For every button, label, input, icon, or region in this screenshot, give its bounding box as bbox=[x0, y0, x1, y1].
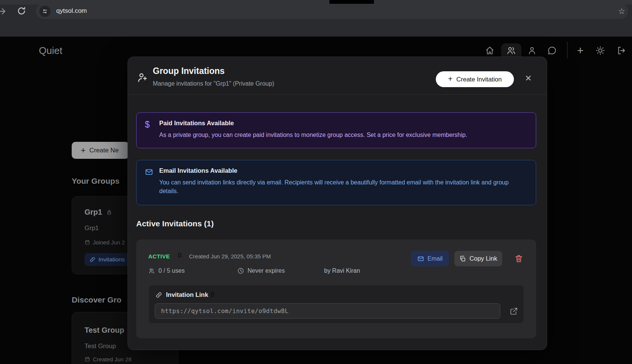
discover-card-subtitle: Test Group bbox=[85, 342, 116, 350]
copy-icon bbox=[459, 255, 466, 262]
users-icon bbox=[148, 267, 155, 274]
plus-icon: + bbox=[81, 146, 86, 155]
invitation-created-text: Created Jun 29, 2025, 05:35 PM bbox=[189, 253, 271, 260]
invitation-author: by Ravi Kiran bbox=[324, 267, 360, 274]
invitation-link-box: Invitation Link 0 bbox=[148, 285, 524, 324]
plus-icon: + bbox=[448, 74, 452, 83]
delete-trash-icon[interactable] bbox=[514, 254, 523, 263]
group-card-joined: Joined Jun 2 bbox=[85, 239, 125, 246]
copy-link-label: Copy Link bbox=[469, 255, 497, 262]
paid-invitations-banner: $ Paid Invitations Available As a privat… bbox=[136, 112, 536, 148]
close-icon[interactable]: ✕ bbox=[525, 74, 532, 83]
group-card-subtitle: Grp1 bbox=[85, 224, 99, 232]
group-invitations-modal: Group Invitations Manage invitations for… bbox=[128, 57, 547, 350]
status-badge: ACTIVE bbox=[148, 253, 170, 260]
link-count-badge: 0 bbox=[211, 291, 214, 299]
create-group-label: Create Ne bbox=[89, 147, 118, 154]
copy-link-button[interactable]: Copy Link bbox=[454, 251, 502, 266]
calendar-icon bbox=[85, 240, 90, 245]
home-icon[interactable] bbox=[485, 46, 495, 55]
invitation-link-input[interactable] bbox=[155, 303, 500, 319]
bookmark-star-icon[interactable]: ☆ bbox=[618, 6, 625, 16]
paid-banner-title: Paid Invitations Available bbox=[159, 120, 467, 127]
create-invitation-button[interactable]: + Create Invitation bbox=[436, 71, 514, 87]
browser-chrome: qytsol.com ☆ bbox=[0, 0, 632, 37]
invitation-link-label: Invitation Link bbox=[166, 291, 208, 298]
email-banner-description: You can send invitation links directly v… bbox=[159, 178, 521, 195]
user-plus-icon bbox=[137, 72, 148, 83]
external-link-icon[interactable] bbox=[510, 307, 518, 315]
email-button[interactable]: Email bbox=[411, 251, 449, 266]
site-settings-icon[interactable] bbox=[39, 6, 51, 17]
email-banner-title: Email Invitations Available bbox=[159, 167, 521, 174]
discover-card-created: Created Jun 28 bbox=[85, 356, 132, 362]
dollar-icon: $ bbox=[145, 120, 153, 129]
modal-title: Group Invitations bbox=[153, 66, 225, 76]
lock-icon bbox=[106, 209, 112, 215]
theme-sun-icon[interactable] bbox=[595, 46, 605, 55]
envelope-icon bbox=[417, 255, 424, 262]
logout-icon[interactable] bbox=[617, 46, 626, 55]
url-bar[interactable]: qytsol.com ☆ bbox=[36, 4, 628, 19]
paid-banner-description: As a private group, you can create paid … bbox=[159, 131, 467, 139]
chat-icon[interactable] bbox=[547, 46, 557, 55]
envelope-icon bbox=[145, 167, 153, 177]
header-divider bbox=[567, 42, 567, 58]
link-icon bbox=[155, 292, 162, 298]
discover-card-title: Test Group bbox=[85, 326, 124, 335]
groups-icon[interactable] bbox=[506, 46, 516, 55]
screen: qytsol.com ☆ Quiet + + Create Ne bbox=[0, 0, 632, 364]
add-icon[interactable]: + bbox=[575, 46, 586, 55]
uses-count: 0 / 5 uses bbox=[148, 267, 185, 274]
link-icon bbox=[89, 256, 95, 263]
email-invitations-banner: Email Invitations Available You can send… bbox=[136, 160, 536, 205]
email-button-label: Email bbox=[427, 255, 443, 262]
invitation-card: ACTIVE 0 Created Jun 29, 2025, 05:35 PM … bbox=[136, 240, 536, 338]
modal-header: Group Invitations Manage invitations for… bbox=[128, 57, 547, 95]
expiry-text: Never expires bbox=[237, 267, 285, 274]
reload-icon[interactable] bbox=[17, 6, 26, 16]
invitations-link-label: Invitations bbox=[98, 256, 125, 263]
calendar-icon bbox=[85, 356, 90, 362]
forward-icon[interactable] bbox=[0, 6, 8, 17]
create-invitation-label: Create Invitation bbox=[457, 76, 502, 83]
discover-groups-heading: Discover Gro bbox=[72, 295, 121, 304]
group-card-title: Grp1 bbox=[85, 208, 112, 217]
url-text[interactable]: qytsol.com bbox=[56, 7, 87, 15]
create-new-group-button[interactable]: + Create Ne bbox=[72, 142, 129, 159]
profile-icon[interactable] bbox=[527, 46, 537, 55]
your-groups-heading: Your Groups bbox=[72, 177, 120, 186]
modal-subtitle: Manage invitations for "Grp1" (Private G… bbox=[153, 80, 274, 87]
app-logo[interactable]: Quiet bbox=[39, 45, 62, 57]
active-invitations-heading: Active Invitations (1) bbox=[136, 219, 214, 228]
clock-icon bbox=[237, 267, 244, 274]
invitations-link[interactable]: Invitations bbox=[85, 253, 131, 266]
invitation-count-badge: 0 bbox=[178, 251, 182, 260]
